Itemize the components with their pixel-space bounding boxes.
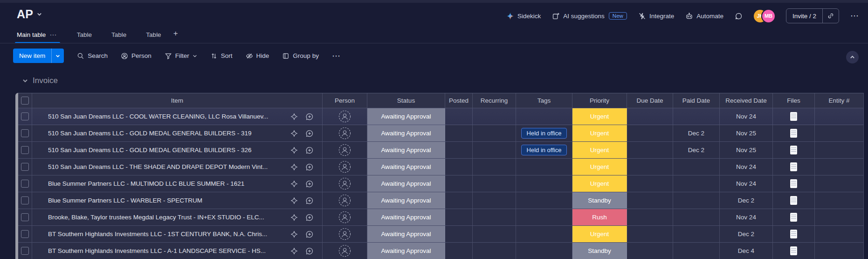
group-by-button[interactable]: Group by (282, 52, 319, 60)
add-update-icon[interactable] (305, 180, 314, 188)
add-update-icon[interactable] (305, 213, 314, 222)
item-name[interactable]: Brooke, Blake, Taylor trustees Megdal Le… (48, 214, 284, 221)
group-title[interactable]: Invoice (33, 76, 58, 85)
item-cell[interactable]: 510 San Juan Dreams LLC - GOLD MEDAL GEN… (32, 125, 323, 141)
tags-cell[interactable] (516, 209, 572, 225)
sparkle-icon[interactable] (290, 196, 298, 205)
row-select-cell[interactable] (18, 243, 32, 259)
tags-cell[interactable] (516, 243, 572, 259)
status-cell[interactable]: Awaiting Approval (367, 192, 445, 209)
row-checkbox[interactable] (21, 213, 29, 221)
tab-main-table[interactable]: Main table ⋯ (13, 31, 65, 43)
row-checkbox[interactable] (21, 129, 29, 137)
avatar-group[interactable]: JK MB (754, 10, 775, 22)
row-checkbox[interactable] (21, 230, 29, 238)
files-cell[interactable] (773, 108, 815, 125)
tags-cell[interactable]: Held in office (516, 125, 572, 141)
entity-cell[interactable] (815, 159, 864, 175)
tags-cell[interactable] (516, 159, 572, 175)
add-update-icon[interactable] (305, 112, 314, 121)
person-cell[interactable] (323, 175, 367, 192)
column-header-due-date[interactable]: Due Date (627, 93, 673, 108)
row-checkbox[interactable] (21, 163, 29, 171)
due-date-cell[interactable] (627, 226, 673, 242)
invite-button[interactable]: Invite / 2 (786, 8, 839, 23)
paid-date-cell[interactable] (673, 209, 720, 225)
entity-cell[interactable] (815, 125, 864, 141)
person-cell[interactable] (323, 209, 367, 225)
add-update-icon[interactable] (305, 230, 314, 238)
person-cell[interactable] (323, 142, 367, 158)
integrate-button[interactable]: Integrate (638, 12, 674, 20)
item-cell[interactable]: BT Southern Highlands Investments LLC - … (32, 226, 323, 242)
column-header-priority[interactable]: Priority (572, 93, 627, 108)
item-cell[interactable]: 510 San Juan Dreams LLC - COOL WATER CLE… (32, 108, 323, 125)
priority-cell[interactable]: Urgent (572, 142, 627, 158)
files-cell[interactable] (773, 226, 815, 242)
posted-cell[interactable] (445, 175, 473, 192)
new-item-button[interactable]: New item (13, 49, 64, 63)
posted-cell[interactable] (445, 209, 473, 225)
select-all-checkbox[interactable] (21, 97, 29, 105)
file-document-icon[interactable] (790, 246, 797, 255)
row-checkbox[interactable] (21, 146, 29, 154)
item-name[interactable]: BT Southern Highlands Investments LLC - … (48, 247, 284, 254)
entity-cell[interactable] (815, 243, 864, 259)
posted-cell[interactable] (445, 192, 473, 209)
file-document-icon[interactable] (790, 112, 797, 121)
tags-cell[interactable] (516, 175, 572, 192)
due-date-cell[interactable] (627, 192, 673, 209)
priority-cell[interactable]: Urgent (572, 159, 627, 175)
item-name[interactable]: Blue Summer Partners LLC - MULTIMOD LLC … (48, 180, 284, 187)
item-cell[interactable]: 510 San Juan Dreams LLC - THE SHADE AND … (32, 159, 323, 175)
column-header-item[interactable]: Item (32, 93, 323, 108)
paid-date-cell[interactable]: Dec 2 (673, 142, 720, 158)
hide-button[interactable]: Hide (246, 52, 269, 60)
paid-date-cell[interactable] (673, 243, 720, 259)
file-document-icon[interactable] (790, 230, 797, 238)
posted-cell[interactable] (445, 142, 473, 158)
row-select-cell[interactable] (18, 209, 32, 225)
tab-menu-icon[interactable]: ⋯ (49, 34, 57, 36)
files-cell[interactable] (773, 159, 815, 175)
status-cell[interactable]: Awaiting Approval (367, 142, 445, 158)
due-date-cell[interactable] (627, 125, 673, 141)
due-date-cell[interactable] (627, 142, 673, 158)
file-document-icon[interactable] (790, 213, 797, 222)
priority-cell[interactable]: Standby (572, 243, 627, 259)
chat-button[interactable] (735, 12, 743, 20)
add-view-button[interactable]: + (169, 29, 183, 43)
add-update-icon[interactable] (305, 129, 314, 138)
received-date-cell[interactable]: Dec 2 (720, 192, 773, 209)
priority-cell[interactable]: Urgent (572, 226, 627, 242)
priority-cell[interactable]: Urgent (572, 175, 627, 192)
recurring-cell[interactable] (473, 142, 516, 158)
item-cell[interactable]: 510 San Juan Dreams LLC - GOLD MEDAL GEN… (32, 142, 323, 158)
files-cell[interactable] (773, 142, 815, 158)
files-cell[interactable] (773, 243, 815, 259)
entity-cell[interactable] (815, 108, 864, 125)
column-header-recurring[interactable]: Recurring (473, 93, 516, 108)
item-name[interactable]: 510 San Juan Dreams LLC - COOL WATER CLE… (48, 113, 284, 120)
due-date-cell[interactable] (627, 175, 673, 192)
sparkle-icon[interactable] (290, 213, 298, 222)
file-document-icon[interactable] (790, 129, 797, 138)
files-cell[interactable] (773, 209, 815, 225)
item-cell[interactable]: Blue Summer Partners LLC - MULTIMOD LLC … (32, 175, 323, 192)
received-date-cell[interactable]: Nov 24 (720, 175, 773, 192)
tags-cell[interactable] (516, 108, 572, 125)
status-cell[interactable]: Awaiting Approval (367, 226, 445, 242)
recurring-cell[interactable] (473, 226, 516, 242)
priority-cell[interactable]: Urgent (572, 125, 627, 141)
posted-cell[interactable] (445, 125, 473, 141)
row-checkbox[interactable] (21, 112, 29, 120)
sparkle-icon[interactable] (290, 247, 298, 255)
received-date-cell[interactable]: Dec 2 (720, 226, 773, 242)
paid-date-cell[interactable] (673, 159, 720, 175)
column-header-person[interactable]: Person (323, 93, 367, 108)
row-select-cell[interactable] (18, 175, 32, 192)
column-header-entity-[interactable]: Entity # (815, 93, 864, 108)
item-cell[interactable]: Blue Summer Partners LLC - WARBLER - SPE… (32, 192, 323, 209)
status-cell[interactable]: Awaiting Approval (367, 243, 445, 259)
recurring-cell[interactable] (473, 209, 516, 225)
